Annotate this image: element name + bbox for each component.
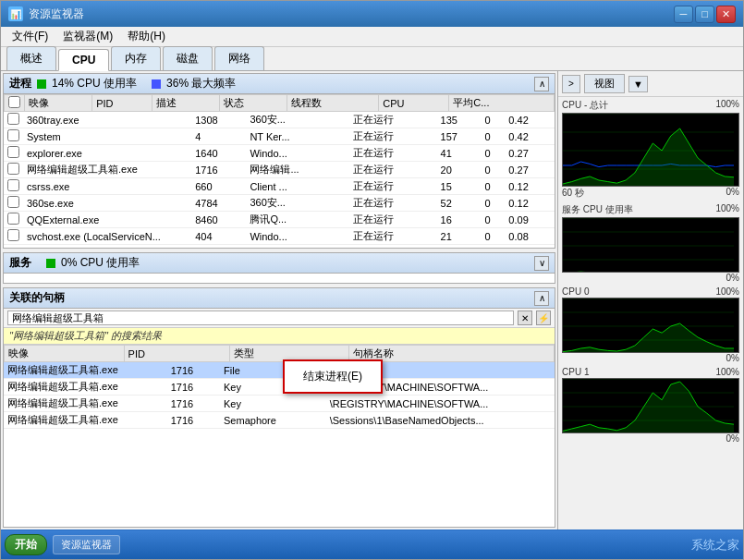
right-panel-expand-btn[interactable]: > [562,75,580,93]
table-row[interactable]: csrss.exe 660 Client ... 正在运行 15 0 0.12 [4,178,555,195]
search-clear-btn[interactable]: ✕ [518,310,532,325]
menu-help[interactable]: 帮助(H) [120,27,173,46]
row-checkbox[interactable] [7,113,19,125]
tab-overview[interactable]: 概述 [6,46,56,70]
graph-max-label-2: 100% [715,286,739,297]
taskbar-watermark: 系统之家 [691,537,739,554]
process-section-header[interactable]: 进程 14% CPU 使用率 36% 最大频率 ∧ [4,74,555,94]
taskbar-program[interactable]: 资源监视器 [53,535,120,554]
tab-cpu[interactable]: CPU [58,49,109,71]
search-refresh-btn[interactable]: ⚡ [536,310,551,325]
taskbar-right: 系统之家 [691,537,739,554]
handles-expand-btn[interactable]: ∧ [534,291,549,306]
row-checkbox[interactable] [7,146,19,158]
handles-section-header[interactable]: 关联的句柄 ∧ [4,288,555,309]
start-button[interactable]: 开始 [5,534,47,555]
table-row[interactable]: 360tray.exe 1308 360安... 正在运行 135 0 0.42 [4,112,555,128]
title-bar: 📊 资源监视器 ─ □ ✕ [1,1,743,27]
services-expand-btn[interactable]: ∨ [534,256,549,271]
col-check[interactable] [5,95,25,112]
cell-desc: Windo... [246,228,348,245]
handles-row[interactable]: 网络编辑超级工具箱.exe 1716 File D\... [4,362,555,379]
handle-name: \Sessions\1\BaseNamedObjects... [326,412,555,429]
graph-max-label-3: 100% [715,367,739,377]
graph-section-2: CPU 0 100% 0% [558,285,743,365]
graph-label-1: 服务 CPU 使用率 100% [562,203,739,216]
col-avg[interactable]: 平均C... [449,95,555,112]
cell-cpu: 0 [482,112,506,128]
graph-max-label-0: 100% [715,99,739,112]
cell-image: 网络编辑超级工具箱.exe [23,162,191,178]
process-expand-btn[interactable]: ∧ [534,77,549,91]
select-all-checkbox[interactable] [8,96,20,108]
table-row[interactable]: svchost.exe (LocalServiceN... 404 Windo.… [4,228,555,245]
cell-image: explorer.exe [23,145,191,162]
col-desc[interactable]: 描述 [152,95,219,112]
search-input[interactable] [7,310,514,325]
row-checkbox[interactable] [7,213,19,225]
table-row[interactable]: 360se.exe 4784 360安... 正在运行 52 0 0.12 [4,195,555,212]
handle-pid: 1716 [167,412,220,429]
cell-avg: 0.42 [505,128,555,145]
end-process-menu-item[interactable]: 结束进程(E) [285,365,381,388]
graph-min-label-2: 0% [562,353,739,363]
table-row[interactable]: explorer.exe 1640 Windo... 正在运行 41 0 0.2… [4,145,555,162]
right-panel-header: > 视图 ▼ [558,71,743,97]
col-threads[interactable]: 线程数 [287,95,379,112]
row-checkbox[interactable] [7,179,19,191]
row-checkbox[interactable] [7,229,19,241]
table-row[interactable]: 网络编辑超级工具箱.exe 1716 网络编辑... 正在运行 20 0 0.2… [4,162,555,178]
close-button[interactable]: ✕ [716,6,736,23]
tab-network[interactable]: 网络 [214,46,264,70]
services-title: 服务 [9,255,31,271]
table-row[interactable]: QQExternal.exe 8460 腾讯Q... 正在运行 16 0 0.0… [4,212,555,228]
cell-pid: 4784 [191,195,246,212]
maximize-button[interactable]: □ [695,6,714,23]
handles-row[interactable]: 网络编辑超级工具箱.exe 1716 Semaphore \Sessions\1… [4,412,555,429]
cell-desc: 网络编辑... [246,162,348,178]
tab-memory[interactable]: 内存 [111,46,161,70]
cell-status: 正在运行 [349,195,437,212]
handles-title: 关联的句柄 [9,290,65,306]
services-section: 服务 0% CPU 使用率 ∨ [3,252,555,284]
row-checkbox[interactable] [7,196,19,208]
app-icon: 📊 [8,6,23,21]
handles-row[interactable]: 网络编辑超级工具箱.exe 1716 Key \REGISTRY\MACHINE… [4,379,555,396]
services-section-header[interactable]: 服务 0% CPU 使用率 ∨ [4,253,555,274]
table-row[interactable]: System 4 NT Ker... 正在运行 157 0 0.42 [4,128,555,145]
handle-image: 网络编辑超级工具箱.exe [4,412,167,429]
col-status[interactable]: 状态 [219,95,287,112]
menu-bar: 文件(F) 监视器(M) 帮助(H) [1,27,743,47]
row-checkbox[interactable] [7,129,19,141]
col-pid[interactable]: PID [92,95,152,112]
handle-pid: 1716 [167,379,220,396]
menu-file[interactable]: 文件(F) [5,27,55,46]
handle-pid: 1716 [167,396,220,412]
col-image[interactable]: 映像 [25,95,92,112]
process-table-scroll[interactable]: 360tray.exe 1308 360安... 正在运行 135 0 0.42… [4,112,555,245]
view-dropdown-btn[interactable]: ▼ [628,76,648,92]
col-cpu[interactable]: CPU [379,95,449,112]
handles-row[interactable]: 网络编辑超级工具箱.exe 1716 Key \REGISTRY\MACHINE… [4,396,555,412]
cell-cpu: 0 [482,195,506,212]
tab-disk[interactable]: 磁盘 [163,46,213,70]
cell-pid: 1308 [191,112,246,128]
minimize-button[interactable]: ─ [674,6,693,23]
view-button[interactable]: 视图 [584,74,625,93]
cell-desc: 腾讯Q... [246,212,348,228]
graph-container-0 [562,113,739,187]
cell-status: 正在运行 [349,162,437,178]
handles-col-pid[interactable]: PID [124,346,229,362]
cell-avg: 0.12 [505,178,555,195]
menu-monitor[interactable]: 监视器(M) [55,27,120,46]
cell-pid: 4 [191,128,246,145]
handles-data-table: 网络编辑超级工具箱.exe 1716 File D\... 网络编辑超级工具箱.… [4,362,555,429]
cell-pid: 404 [191,228,246,245]
search-bar: ✕ ⚡ [4,309,555,328]
handles-col-image[interactable]: 映像 [5,346,125,362]
graph-section-3: CPU 1 100% 0% [558,365,743,445]
graph-title-3: CPU 1 [562,367,589,377]
handles-table-scroll[interactable]: 网络编辑超级工具箱.exe 1716 File D\... 网络编辑超级工具箱.… [4,362,555,527]
cell-threads: 52 [437,195,482,212]
row-checkbox[interactable] [7,163,19,175]
